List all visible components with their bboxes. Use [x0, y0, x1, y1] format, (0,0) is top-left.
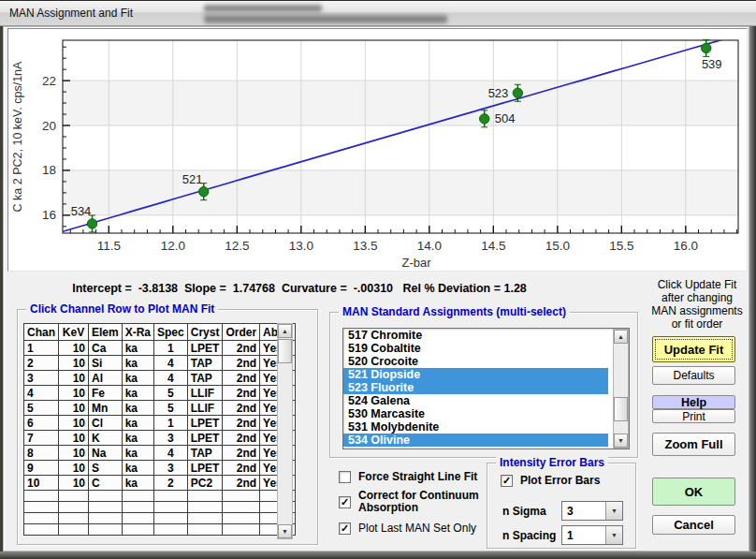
ok-button[interactable]: OK — [652, 478, 735, 506]
table-cell — [59, 502, 89, 513]
channel-table-header: ChanKeVElemX-RaSpecCrystOrderAbsC — [24, 324, 296, 341]
svg-text:523: 523 — [488, 86, 509, 100]
table-cell: 1 — [24, 341, 59, 356]
n-sigma-dropdown[interactable]: 3 ▼ — [561, 501, 623, 521]
table-cell: ka — [122, 341, 153, 356]
table-cell: 2nd — [223, 341, 260, 356]
background-edge — [749, 26, 756, 559]
help-button[interactable]: Help — [652, 395, 735, 409]
channel-row[interactable]: 810Naka4TAP2ndYes — [24, 446, 296, 461]
update-fit-note-line: after changing — [642, 291, 752, 304]
scrollbar-thumb[interactable] — [278, 339, 292, 363]
table-cell: 5 — [154, 401, 188, 416]
man-standard-item[interactable]: 523 Fluorite — [343, 381, 608, 394]
chevron-down-icon[interactable]: ▼ — [605, 526, 622, 544]
n-sigma-label: n Sigma — [502, 505, 546, 518]
svg-text:534: 534 — [71, 204, 92, 218]
chevron-down-icon[interactable]: ▼ — [605, 502, 622, 520]
channel-row[interactable]: 710Kka3LPET2ndYes — [24, 431, 296, 446]
svg-text:22: 22 — [42, 74, 56, 88]
update-fit-button[interactable]: Update Fit — [652, 336, 735, 362]
defaults-button[interactable]: Defaults — [652, 366, 735, 385]
table-cell — [59, 513, 89, 524]
plot-error-bars-checkbox[interactable]: ✓ Plot Error Bars — [501, 475, 600, 487]
table-cell: 5 — [24, 401, 59, 416]
print-button[interactable]: Print — [652, 409, 735, 423]
svg-text:504: 504 — [495, 111, 516, 125]
checkbox-icon[interactable]: ✓ — [501, 475, 513, 487]
table-cell: TAP — [187, 371, 223, 386]
n-spacing-dropdown[interactable]: 1 ▼ — [561, 525, 623, 545]
man-standard-item[interactable]: 524 Galena — [343, 394, 608, 407]
man-standard-item[interactable]: 521 Diopside — [343, 368, 608, 381]
screen: { "window": { "title": "MAN Assignment a… — [0, 0, 756, 559]
table-cell: 10 — [59, 401, 89, 416]
channel-row[interactable]: 310Alka4TAP2ndYes — [24, 371, 296, 386]
checkbox-icon[interactable] — [339, 471, 351, 483]
man-standard-item[interactable]: 530 Marcasite — [343, 407, 608, 420]
n-spacing-label: n Spacing — [502, 529, 556, 542]
empty-row — [24, 513, 296, 524]
scroll-down-icon[interactable]: ▼ — [278, 524, 292, 538]
continuum-absorption-checkbox[interactable]: ✓ Correct for Continuum Absorption — [339, 490, 500, 514]
channel-table-scrollbar[interactable]: ▲ ▼ — [277, 323, 293, 539]
svg-text:14.5: 14.5 — [481, 239, 505, 253]
man-standards-listbox[interactable]: 517 Chromite519 Cobaltite520 Crocoite521… — [342, 328, 630, 449]
channel-table[interactable]: ChanKeVElemX-RaSpecCrystOrderAbsC 110Cak… — [23, 323, 296, 536]
table-cell: 4 — [154, 446, 188, 461]
checkbox-label: Plot Error Bars — [520, 475, 600, 487]
channel-row[interactable]: 410Feka5LLIF2ndYes — [24, 386, 296, 401]
scroll-down-icon[interactable]: ▼ — [614, 434, 628, 448]
man-standard-item[interactable]: 519 Cobaltite — [343, 342, 608, 355]
channel-row[interactable]: 210Sika4TAP2ndYes — [24, 356, 296, 371]
table-cell — [187, 513, 223, 524]
scroll-up-icon[interactable]: ▲ — [278, 324, 292, 338]
man-standard-item[interactable]: 520 Crocoite — [343, 355, 608, 368]
empty-row — [24, 491, 296, 502]
scroll-up-icon[interactable]: ▲ — [614, 330, 628, 344]
channel-table-body: 110Caka1LPET2ndYes210Sika4TAP2ndYes310Al… — [24, 341, 296, 536]
table-cell: 10 — [24, 476, 59, 491]
background-edge — [0, 552, 756, 559]
table-cell: 10 — [59, 431, 89, 446]
table-cell: 2 — [154, 476, 188, 491]
table-cell: 5 — [154, 386, 188, 401]
table-cell: LPET — [187, 341, 223, 356]
update-fit-note-line: or fit order — [642, 317, 752, 331]
man-standard-item[interactable]: 531 Molybdenite — [343, 420, 608, 434]
channel-row[interactable]: 510Mnka5LLIF2ndYes — [24, 401, 296, 416]
window-titlebar[interactable]: MAN Assignment and Fit — [0, 0, 756, 26]
table-cell: 4 — [154, 371, 188, 386]
background-window-artifact — [204, 5, 322, 12]
channel-row[interactable]: 910Ska3LPET2ndYes — [24, 461, 296, 476]
table-cell: 4 — [154, 356, 188, 371]
man-list-scrollbar[interactable]: ▲ ▼ — [613, 329, 629, 449]
man-standard-item[interactable]: 517 Chromite — [343, 329, 608, 342]
table-cell: Si — [89, 356, 123, 371]
column-header: Chan — [24, 324, 59, 341]
channel-row[interactable]: 610Clka1LPET2ndYes — [24, 416, 296, 431]
table-cell — [223, 513, 260, 524]
svg-text:13.0: 13.0 — [289, 239, 313, 253]
table-cell: 2nd — [223, 386, 260, 401]
table-cell — [89, 502, 123, 513]
scrollbar-thumb[interactable] — [614, 397, 628, 421]
table-cell — [24, 491, 59, 502]
svg-text:12.5: 12.5 — [225, 239, 249, 253]
channel-row[interactable]: 1010Cka2PC22ndYes — [24, 476, 296, 491]
table-cell: Ca — [89, 341, 123, 356]
zoom-full-button[interactable]: Zoom Full — [652, 433, 735, 456]
checkbox-icon[interactable]: ✓ — [339, 522, 351, 535]
cancel-button[interactable]: Cancel — [652, 515, 735, 535]
table-cell: S — [89, 461, 123, 476]
table-cell: ka — [122, 356, 153, 371]
table-cell — [223, 491, 260, 502]
update-fit-note: Click Update Fitafter changingMAN assign… — [642, 278, 752, 331]
man-standard-item[interactable]: 534 Olivine — [343, 434, 608, 447]
table-cell: 10 — [59, 416, 89, 431]
man-fit-chart: 11.512.012.513.013.514.014.515.015.516.0… — [8, 29, 747, 271]
table-cell: TAP — [187, 446, 223, 461]
channel-row[interactable]: 110Caka1LPET2ndYes — [24, 341, 296, 356]
checkbox-icon[interactable]: ✓ — [339, 496, 351, 508]
man-assignments-title: MAN Standard Assignments (multi-select) — [339, 305, 570, 318]
